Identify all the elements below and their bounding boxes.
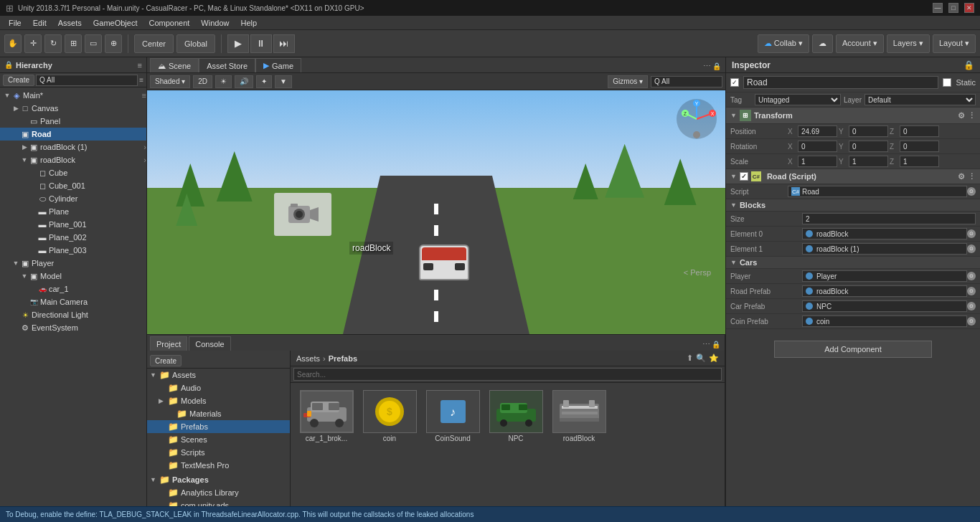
lighting-button[interactable]: ☀ bbox=[215, 75, 232, 88]
element0-field[interactable]: roadBlock bbox=[802, 228, 967, 239]
hierarchy-item-maincamera[interactable]: 📷 Main Camera bbox=[0, 295, 146, 308]
folder-textmesh[interactable]: 📁 TextMesh Pro bbox=[147, 459, 290, 472]
project-menu-icon[interactable]: ⋯ bbox=[702, 340, 710, 349]
player-field[interactable]: Player bbox=[802, 270, 967, 282]
hierarchy-item-cube001[interactable]: ◻ Cube_001 bbox=[0, 179, 146, 192]
road-prefab-field[interactable]: roadBlock bbox=[802, 285, 967, 297]
hierarchy-item-canvas[interactable]: ▶ □ Canvas bbox=[0, 102, 146, 115]
asset-item-npc[interactable]: NPC bbox=[487, 390, 545, 442]
pause-button[interactable]: ⏸ bbox=[250, 34, 272, 53]
scale-tool-button[interactable]: ⊞ bbox=[65, 34, 82, 53]
object-active-checkbox[interactable]: ✓ bbox=[730, 78, 739, 87]
hierarchy-item-plane001[interactable]: ▬ Plane_001 bbox=[0, 218, 146, 231]
asset-filter-icon[interactable]: 🔍 bbox=[696, 353, 706, 363]
play-button[interactable]: ▶ bbox=[227, 34, 249, 53]
asset-item-roadblock[interactable]: roadBlock bbox=[550, 390, 608, 442]
hierarchy-item-car1[interactable]: 🚗 car_1 bbox=[0, 283, 146, 295]
audio-button[interactable]: 🔊 bbox=[235, 75, 253, 88]
effects-button[interactable]: ▼ bbox=[275, 75, 292, 88]
folder-packages[interactable]: ▼ 📁 Packages bbox=[147, 473, 290, 486]
shaded-dropdown[interactable]: Shaded ▾ bbox=[150, 75, 190, 88]
tab-console[interactable]: Console bbox=[189, 336, 230, 351]
transform-more-icon[interactable]: ⋮ bbox=[968, 111, 976, 120]
scale-z[interactable] bbox=[900, 156, 939, 167]
hierarchy-item-model[interactable]: ▼ ▣ Model bbox=[0, 270, 146, 283]
folder-models[interactable]: ▶ 📁 Models bbox=[147, 394, 290, 407]
size-field[interactable] bbox=[802, 213, 976, 224]
hand-tool-button[interactable]: ✋ bbox=[4, 34, 22, 53]
element1-picker[interactable]: ⊙ bbox=[967, 245, 976, 253]
tree-expand2[interactable]: › bbox=[143, 156, 146, 164]
road-script-section[interactable]: ▼ ✓ C# Road (Script) ⚙ ⋮ bbox=[726, 169, 980, 184]
hierarchy-item-cube[interactable]: ◻ Cube bbox=[0, 166, 146, 179]
hierarchy-item-cylinder[interactable]: ⬭ Cylinder bbox=[0, 192, 146, 205]
asset-item-coin[interactable]: $ coin bbox=[361, 390, 418, 442]
menu-window[interactable]: Window bbox=[195, 17, 235, 29]
car-prefab-picker[interactable]: ⊙ bbox=[967, 302, 976, 310]
gizmos-dropdown[interactable]: Gizmos ▾ bbox=[608, 75, 648, 88]
step-button[interactable]: ⏭ bbox=[273, 34, 295, 53]
close-button[interactable]: ✕ bbox=[964, 3, 974, 13]
hierarchy-item-plane[interactable]: ▬ Plane bbox=[0, 205, 146, 218]
hierarchy-item-plane002[interactable]: ▬ Plane_002 bbox=[0, 231, 146, 244]
folder-scenes[interactable]: 📁 Scenes bbox=[147, 433, 290, 446]
position-y[interactable] bbox=[849, 125, 888, 137]
scene-search[interactable] bbox=[651, 76, 722, 87]
layer-select[interactable]: Default bbox=[864, 94, 976, 105]
asset-star-icon[interactable]: ⭐ bbox=[709, 353, 719, 363]
rotate-tool-button[interactable]: ↻ bbox=[44, 34, 62, 53]
hierarchy-item-panel[interactable]: ▭ Panel bbox=[0, 115, 146, 128]
hierarchy-item-player[interactable]: ▼ ▣ Player bbox=[0, 257, 146, 270]
car-prefab-field[interactable]: NPC bbox=[802, 300, 967, 312]
hierarchy-item-plane003[interactable]: ▬ Plane_003 bbox=[0, 244, 146, 257]
menu-file[interactable]: File bbox=[3, 17, 27, 29]
cars-section[interactable]: ▼ Cars bbox=[726, 257, 980, 269]
player-picker[interactable]: ⊙ bbox=[967, 272, 976, 280]
tree-expand[interactable]: › bbox=[143, 143, 146, 151]
hierarchy-search[interactable] bbox=[36, 75, 138, 86]
coin-prefab-picker[interactable]: ⊙ bbox=[967, 317, 976, 326]
menu-gameobject[interactable]: GameObject bbox=[88, 17, 143, 29]
road-prefab-picker[interactable]: ⊙ bbox=[967, 287, 976, 295]
inspector-lock-icon[interactable]: 🔒 bbox=[963, 60, 974, 70]
layers-dropdown[interactable]: Layers ▾ bbox=[887, 34, 930, 53]
account-dropdown[interactable]: Account ▾ bbox=[836, 34, 884, 53]
project-lock-icon[interactable]: 🔒 bbox=[712, 341, 720, 348]
script-more-icon[interactable]: ⋮ bbox=[968, 172, 976, 181]
menu-assets[interactable]: Assets bbox=[52, 17, 88, 29]
cloud-button[interactable]: ☁ bbox=[812, 34, 833, 53]
folder-analytics[interactable]: 📁 Analytics Library bbox=[147, 486, 290, 499]
rotation-z[interactable] bbox=[900, 141, 939, 152]
menu-edit[interactable]: Edit bbox=[27, 17, 52, 29]
rotation-x[interactable] bbox=[798, 141, 837, 152]
folder-unity-ads[interactable]: 📁 com.unity.ads bbox=[147, 499, 290, 506]
create-button[interactable]: Create bbox=[3, 75, 34, 86]
rect-tool-button[interactable]: ▭ bbox=[85, 34, 102, 53]
static-checkbox[interactable] bbox=[943, 78, 951, 87]
hierarchy-item-main[interactable]: ▼ ◈ Main* ≡ bbox=[0, 89, 146, 102]
tree-menu[interactable]: ≡ bbox=[142, 91, 146, 100]
asset-search-icon[interactable]: ⬆ bbox=[687, 353, 693, 363]
folder-prefabs[interactable]: 📁 Prefabs bbox=[147, 420, 290, 433]
menu-help[interactable]: Help bbox=[235, 17, 263, 29]
vfx-button[interactable]: ✦ bbox=[256, 75, 272, 88]
element0-picker[interactable]: ⊙ bbox=[967, 229, 976, 238]
element1-field[interactable]: roadBlock (1) bbox=[802, 243, 967, 255]
folder-materials[interactable]: 📁 Materials bbox=[147, 407, 290, 420]
transform-all-button[interactable]: ⊕ bbox=[105, 34, 122, 53]
folder-audio[interactable]: 📁 Audio bbox=[147, 381, 290, 394]
hierarchy-menu-icon[interactable]: ≡ bbox=[138, 61, 142, 70]
scene-lock-icon[interactable]: 🔒 bbox=[712, 62, 721, 70]
folder-scripts[interactable]: 📁 Scripts bbox=[147, 446, 290, 459]
hierarchy-item-roadblock1[interactable]: ▶ ▣ roadBlock (1) › bbox=[0, 141, 146, 153]
minimize-button[interactable]: — bbox=[933, 3, 943, 13]
script-active-cb[interactable]: ✓ bbox=[740, 172, 748, 181]
coin-prefab-field[interactable]: coin bbox=[802, 315, 967, 327]
titlebar-controls[interactable]: — □ ✕ bbox=[933, 3, 974, 13]
transform-section[interactable]: ▼ ⊞ Transform ⚙ ⋮ bbox=[726, 108, 980, 124]
script-picker[interactable]: ⊙ bbox=[967, 187, 976, 196]
script-settings-icon[interactable]: ⚙ bbox=[958, 172, 965, 181]
add-component-button[interactable]: Add Component bbox=[774, 341, 932, 358]
2d-button[interactable]: 2D bbox=[193, 75, 212, 88]
scene-viewport[interactable]: < Persp Y X bbox=[147, 90, 725, 334]
